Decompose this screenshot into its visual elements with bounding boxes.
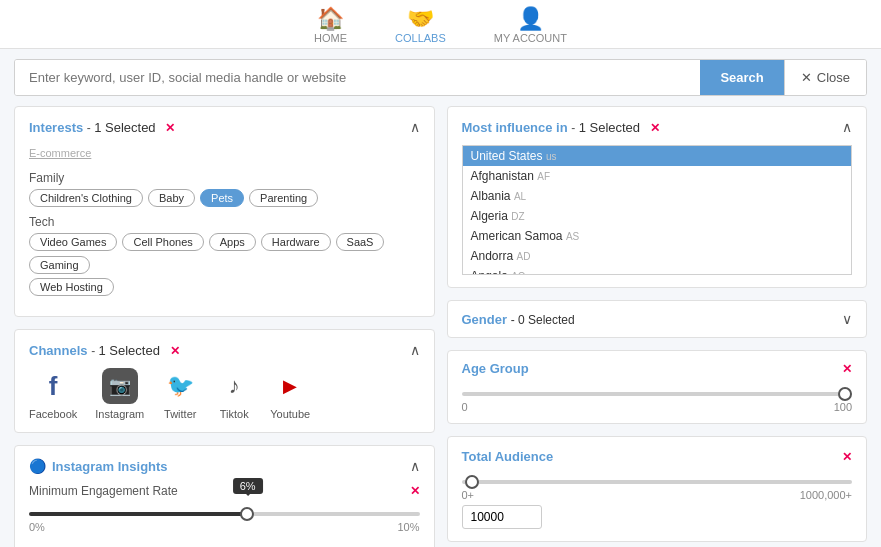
search-bar-container: Search ✕ Close <box>14 59 867 96</box>
engagement-max: 10% <box>397 521 419 533</box>
tag-pets[interactable]: Pets <box>200 189 244 207</box>
age-max: 100 <box>834 401 852 413</box>
nav-account-label: MY ACCOUNT <box>494 32 567 44</box>
home-icon: 🏠 <box>317 8 344 30</box>
tag-saas[interactable]: SaaS <box>336 233 385 251</box>
tech-section: Tech Video Games Cell Phones Apps Hardwa… <box>29 215 420 296</box>
age-group-clear[interactable]: ✕ <box>842 362 852 376</box>
tiktok-label: Tiktok <box>220 408 249 420</box>
country-af[interactable]: Afghanistan AF <box>463 166 852 186</box>
total-audience-input[interactable] <box>462 505 542 529</box>
tiktok-icon: ♪ <box>216 368 252 404</box>
total-slider-wrapper <box>462 472 853 487</box>
main-layout: Interests - 1 Selected ✕ ∧ E-commerce Fa… <box>0 106 881 547</box>
search-input[interactable] <box>15 60 700 95</box>
channels-collapse[interactable]: ∧ <box>410 342 420 358</box>
twitter-label: Twitter <box>164 408 196 420</box>
instagram-label: Instagram <box>95 408 144 420</box>
family-label: Family <box>29 171 420 185</box>
total-audience-slider[interactable] <box>462 480 853 484</box>
tag-gaming[interactable]: Gaming <box>29 256 90 274</box>
tag-baby[interactable]: Baby <box>148 189 195 207</box>
gender-collapse[interactable]: ∨ <box>842 311 852 327</box>
country-dz[interactable]: Algeria DZ <box>463 206 852 226</box>
channels-panel: Channels - 1 Selected ✕ ∧ f Facebook 📷 I… <box>14 329 435 433</box>
country-us[interactable]: United States us <box>463 146 852 166</box>
country-ao[interactable]: Angola AO <box>463 266 852 275</box>
insights-collapse[interactable]: ∧ <box>410 458 420 474</box>
age-slider-wrapper <box>462 384 853 399</box>
most-influence-collapse[interactable]: ∧ <box>842 119 852 135</box>
channels-title: Channels - 1 Selected ✕ <box>29 343 180 358</box>
facebook-icon: f <box>35 368 71 404</box>
total-max: 1000,000+ <box>800 489 852 501</box>
interests-title: Interests - 1 Selected ✕ <box>29 120 175 135</box>
engagement-rate-section: Minimum Engagement Rate ✕ 6% 0% 10% <box>29 484 420 533</box>
engagement-clear[interactable]: ✕ <box>410 484 420 498</box>
tag-apps[interactable]: Apps <box>209 233 256 251</box>
channels-header: Channels - 1 Selected ✕ ∧ <box>29 342 420 358</box>
youtube-icon: ▶ <box>272 368 308 404</box>
x-icon: ✕ <box>801 70 812 85</box>
engagement-label: Minimum Engagement Rate <box>29 484 178 498</box>
tag-parenting[interactable]: Parenting <box>249 189 318 207</box>
engagement-range-row: 0% 10% <box>29 521 420 533</box>
insights-title: 🔵 Instagram Insights <box>29 458 168 474</box>
channel-instagram[interactable]: 📷 Instagram <box>95 368 144 420</box>
family-tags: Children's Clothing Baby Pets Parenting <box>29 189 420 207</box>
engagement-slider[interactable] <box>29 512 420 516</box>
tag-video-games[interactable]: Video Games <box>29 233 117 251</box>
age-min: 0 <box>462 401 468 413</box>
most-influence-clear[interactable]: ✕ <box>650 121 660 135</box>
nav-home-label: HOME <box>314 32 347 44</box>
right-column: Most influence in - 1 Selected ✕ ∧ Unite… <box>447 106 868 547</box>
interests-header: Interests - 1 Selected ✕ ∧ <box>29 119 420 135</box>
gender-panel: Gender - 0 Selected ∨ <box>447 300 868 338</box>
interests-panel: Interests - 1 Selected ✕ ∧ E-commerce Fa… <box>14 106 435 317</box>
channel-tiktok[interactable]: ♪ Tiktok <box>216 368 252 420</box>
nav-account[interactable]: 👤 MY ACCOUNT <box>494 8 567 44</box>
tech-tags-2: Web Hosting <box>29 278 420 296</box>
interests-collapse[interactable]: ∧ <box>410 119 420 135</box>
tag-hardware[interactable]: Hardware <box>261 233 331 251</box>
nav-home[interactable]: 🏠 HOME <box>314 8 347 44</box>
country-list: United States us Afghanistan AF Albania … <box>462 145 853 275</box>
nav-collabs[interactable]: 🤝 COLLABS <box>395 8 446 44</box>
left-column: Interests - 1 Selected ✕ ∧ E-commerce Fa… <box>14 106 435 547</box>
total-range-row: 0+ 1000,000+ <box>462 489 853 501</box>
close-button[interactable]: ✕ Close <box>784 60 866 95</box>
channels-row: f Facebook 📷 Instagram 🐦 Twitter ♪ Tikto… <box>29 368 420 420</box>
tag-childrens-clothing[interactable]: Children's Clothing <box>29 189 143 207</box>
youtube-label: Youtube <box>270 408 310 420</box>
ecommerce-tag[interactable]: E-commerce <box>29 147 91 159</box>
age-group-panel: Age Group ✕ 0 100 <box>447 350 868 424</box>
interests-clear[interactable]: ✕ <box>165 121 175 135</box>
total-audience-clear[interactable]: ✕ <box>842 450 852 464</box>
ecommerce-section: E-commerce <box>29 145 420 163</box>
country-ad[interactable]: Andorra AD <box>463 246 852 266</box>
top-navigation: 🏠 HOME 🤝 COLLABS 👤 MY ACCOUNT <box>0 0 881 49</box>
channel-youtube[interactable]: ▶ Youtube <box>270 368 310 420</box>
age-slider[interactable] <box>462 392 853 396</box>
search-button[interactable]: Search <box>700 60 783 95</box>
tech-tags: Video Games Cell Phones Apps Hardware Sa… <box>29 233 420 274</box>
collabs-icon: 🤝 <box>407 8 434 30</box>
channel-facebook[interactable]: f Facebook <box>29 368 77 420</box>
account-icon: 👤 <box>517 8 544 30</box>
channels-clear[interactable]: ✕ <box>170 344 180 358</box>
interests-scroll-area: E-commerce Family Children's Clothing Ba… <box>29 145 420 304</box>
total-audience-panel: Total Audience ✕ 0+ 1000,000+ <box>447 436 868 542</box>
facebook-label: Facebook <box>29 408 77 420</box>
tag-cell-phones[interactable]: Cell Phones <box>122 233 203 251</box>
tag-web-hosting[interactable]: Web Hosting <box>29 278 114 296</box>
channel-twitter[interactable]: 🐦 Twitter <box>162 368 198 420</box>
engagement-slider-wrapper: 6% <box>29 504 420 519</box>
total-audience-title: Total Audience ✕ <box>462 449 853 464</box>
most-influence-panel: Most influence in - 1 Selected ✕ ∧ Unite… <box>447 106 868 288</box>
country-al[interactable]: Albania AL <box>463 186 852 206</box>
country-as[interactable]: American Samoa AS <box>463 226 852 246</box>
most-influence-header: Most influence in - 1 Selected ✕ ∧ <box>462 119 853 135</box>
most-influence-title: Most influence in - 1 Selected ✕ <box>462 120 660 135</box>
instagram-circle-icon: 🔵 <box>29 458 46 474</box>
nav-collabs-label: COLLABS <box>395 32 446 44</box>
